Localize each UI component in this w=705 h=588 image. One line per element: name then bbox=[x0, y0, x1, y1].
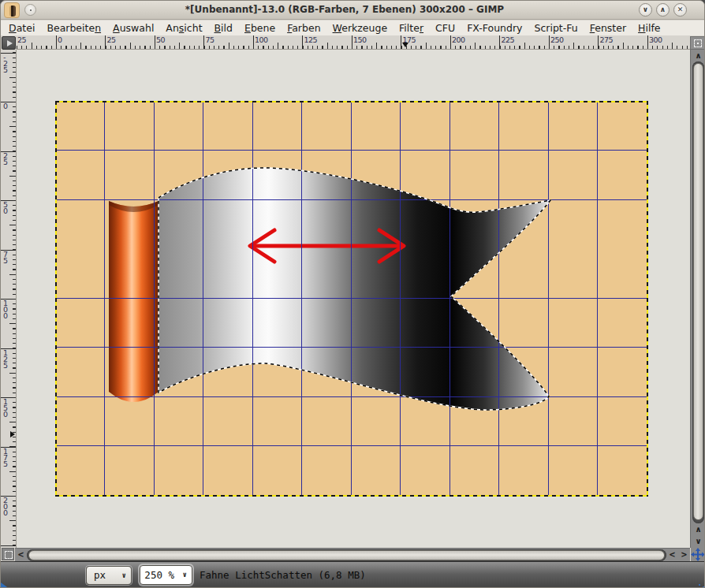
scroll-left-button[interactable]: < bbox=[15, 549, 27, 561]
vertical-scrollbar-trough[interactable] bbox=[692, 61, 704, 523]
menu-datei[interactable]: Datei bbox=[9, 22, 35, 34]
h-ruler-label: 100 bbox=[255, 35, 268, 44]
v-ruler-label: 5 0 bbox=[3, 202, 8, 214]
h-ruler-label: 50 bbox=[156, 35, 165, 44]
h-ruler-label: 250 bbox=[550, 35, 564, 44]
v-ruler-position-marker bbox=[10, 431, 15, 437]
v-ruler-label: 2 0 0 bbox=[3, 497, 8, 516]
h-ruler-label: 25 bbox=[107, 35, 116, 44]
vertical-scrollbar[interactable]: ∧ ∧ ∨ bbox=[690, 50, 705, 548]
menu-ebene[interactable]: Ebene bbox=[244, 22, 275, 34]
scroll-up-button-2[interactable]: ∧ bbox=[691, 523, 705, 535]
horizontal-scrollbar-thumb[interactable] bbox=[28, 550, 665, 560]
menu-ansicht[interactable]: Ansicht bbox=[166, 22, 202, 34]
menu-bild[interactable]: Bild bbox=[214, 22, 233, 34]
h-ruler-label: 0 bbox=[58, 35, 62, 44]
unit-value: px bbox=[94, 569, 106, 581]
h-ruler-label: 275 bbox=[600, 35, 614, 44]
v-ruler-label: 1 7 5 bbox=[3, 448, 8, 467]
h-ruler-label: 200 bbox=[452, 35, 465, 44]
menu-filter[interactable]: Filter bbox=[399, 22, 423, 34]
shade-button[interactable]: ∨ bbox=[639, 3, 652, 17]
resize-grip[interactable] bbox=[698, 583, 705, 588]
h-ruler-label: 300 bbox=[649, 35, 662, 44]
horizontal-scrollbar[interactable]: < < > bbox=[15, 548, 690, 561]
v-ruler-label: - 2 5 bbox=[3, 54, 8, 73]
canvas-area[interactable] bbox=[17, 50, 690, 548]
menu-script-fu[interactable]: Script-Fu bbox=[534, 22, 577, 34]
scroll-right-button[interactable]: > bbox=[678, 549, 690, 561]
scroll-up-button[interactable]: ∧ bbox=[691, 50, 705, 61]
status-message: Fahne LichtSchatten (6,8 MB) bbox=[200, 569, 366, 581]
v-ruler-label: 7 5 bbox=[3, 251, 8, 264]
h-ruler-label: 75 bbox=[206, 35, 214, 44]
navigation-button[interactable] bbox=[691, 548, 705, 561]
v-ruler-label: 1 2 5 bbox=[3, 350, 8, 369]
vertical-scrollbar-thumb[interactable] bbox=[693, 63, 703, 520]
menu-cfu[interactable]: CFU bbox=[435, 22, 455, 34]
gimp-window: *[Unbenannt]-13.0 (RGB-Farben, 7 Ebenen)… bbox=[0, 0, 705, 588]
desktop-artifact bbox=[1, 582, 9, 588]
v-ruler-label: 1 5 0 bbox=[3, 399, 8, 418]
menu-fx-foundry[interactable]: FX-Foundry bbox=[467, 22, 522, 34]
canvas[interactable] bbox=[56, 102, 647, 496]
statusbar: px ∨ 250 % ∨ Fahne LichtSchatten (6,8 MB… bbox=[1, 561, 704, 588]
chevron-down-icon: ∨ bbox=[122, 567, 126, 584]
zoom-value: 250 % bbox=[144, 569, 174, 581]
menu-farben[interactable]: Farben bbox=[287, 22, 320, 34]
v-ruler-label: 0 bbox=[3, 103, 8, 110]
gimp-wilber-icon bbox=[4, 2, 20, 18]
h-ruler-label: 125 bbox=[304, 35, 318, 44]
titlebar[interactable]: *[Unbenannt]-13.0 (RGB-Farben, 7 Ebenen)… bbox=[1, 1, 704, 20]
image-menu-button[interactable] bbox=[2, 36, 16, 50]
menu-hilfe[interactable]: Hilfe bbox=[638, 22, 660, 34]
menubar: DateiBearbeitenAuswahlAnsichtBildEbeneFa… bbox=[1, 20, 704, 35]
scroll-left-button-2[interactable]: < bbox=[666, 549, 678, 561]
v-ruler-label: 1 0 0 bbox=[3, 300, 8, 319]
h-ruler-label: 150 bbox=[353, 35, 367, 44]
menu-bearbeiten[interactable]: Bearbeiten bbox=[47, 22, 101, 34]
navigation-cross-icon bbox=[691, 548, 705, 561]
ruler-vertical[interactable]: - 2 502 55 07 51 0 01 2 51 5 01 7 52 0 0 bbox=[1, 50, 17, 548]
close-button[interactable]: ✕ bbox=[673, 3, 687, 17]
zoom-follow-window-button[interactable] bbox=[690, 36, 705, 50]
horizontal-scrollbar-trough[interactable] bbox=[27, 549, 666, 561]
ruler-horizontal[interactable]: 250255075100125150175200225250275300 bbox=[17, 35, 690, 50]
menu-auswahl[interactable]: Auswahl bbox=[113, 22, 154, 34]
chevron-down-icon: ∨ bbox=[183, 566, 187, 583]
quick-mask-toggle[interactable] bbox=[2, 548, 14, 560]
h-ruler-label: 225 bbox=[502, 35, 515, 44]
unit-select[interactable]: px ∨ bbox=[86, 566, 132, 585]
menu-fenster[interactable]: Fenster bbox=[590, 22, 626, 34]
v-ruler-label: 2 5 bbox=[3, 153, 8, 166]
window-menu-button[interactable] bbox=[24, 4, 36, 16]
scroll-down-button[interactable]: ∨ bbox=[691, 535, 705, 547]
menu-werkzeuge[interactable]: Werkzeuge bbox=[333, 22, 388, 34]
window-title: *[Unbenannt]-13.0 (RGB-Farben, 7 Ebenen)… bbox=[48, 4, 641, 15]
h-ruler-label: 25 bbox=[17, 35, 26, 44]
h-ruler-label: 175 bbox=[403, 35, 416, 44]
maximize-button[interactable]: ∧ bbox=[656, 3, 670, 17]
zoom-select[interactable]: 250 % ∨ bbox=[140, 565, 192, 585]
selection-marching-ants bbox=[56, 102, 647, 496]
